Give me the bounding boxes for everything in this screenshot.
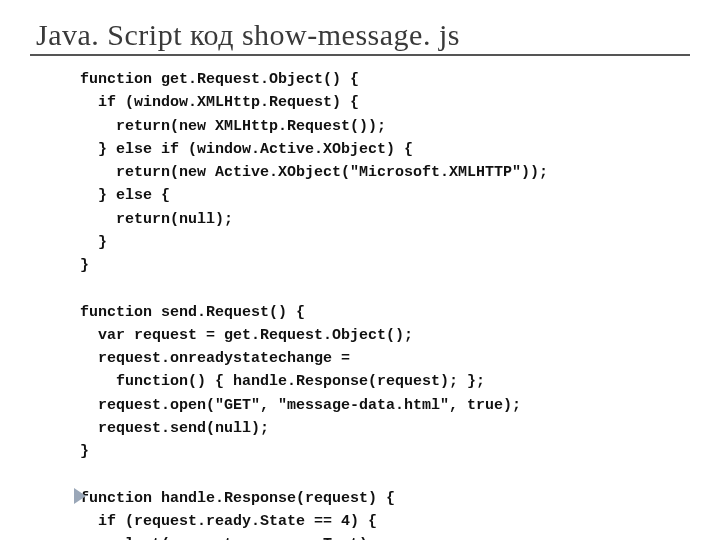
slide-title: Java. Script код show-message. js	[36, 18, 690, 52]
title-underline	[30, 54, 690, 56]
code-snippet: function get.Request.Object() { if (wind…	[80, 68, 690, 540]
slide-container: Java. Script код show-message. js functi…	[0, 0, 720, 540]
bullet-arrow-icon	[74, 488, 86, 504]
